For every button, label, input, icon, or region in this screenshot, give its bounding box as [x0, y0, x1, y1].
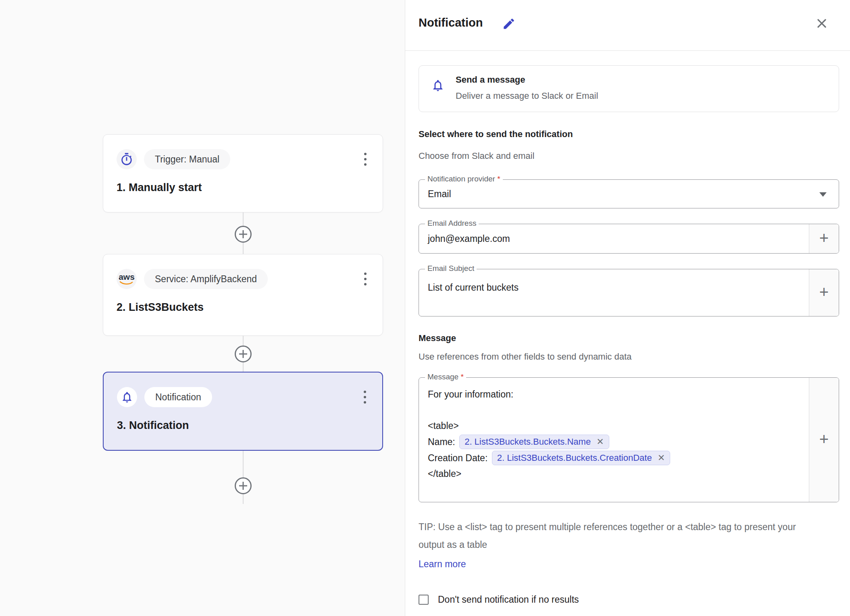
node-menu-button[interactable]: [360, 269, 371, 289]
action-title: Send a message: [456, 75, 525, 85]
connector-line: [243, 362, 244, 372]
workflow-node-notification[interactable]: Notification 3. Notification: [103, 372, 383, 451]
email-subject-value: List of current buckets: [428, 282, 519, 293]
checkbox-label: Don't send notification if no results: [438, 594, 579, 605]
message-line: Creation Date: 2. ListS3Buckets.Buckets.…: [428, 450, 802, 466]
edit-title-button[interactable]: [502, 17, 517, 31]
panel-header: Notification: [405, 0, 850, 51]
workflow-canvas: Trigger: Manual 1. Manually start aws Se…: [0, 0, 405, 616]
tip-text: TIP: Use a <list> tag to present multipl…: [419, 518, 818, 554]
node-type-badge: Trigger: Manual: [144, 149, 230, 169]
message-content: For your information:<table>Name: 2. Lis…: [428, 387, 802, 482]
node-badge-row: aws Service: AmplifyBackend: [117, 269, 372, 289]
reference-chip-label: 2. ListS3Buckets.Buckets.Name: [465, 437, 591, 447]
chevron-down-icon: [819, 192, 827, 197]
add-reference-button[interactable]: +: [809, 378, 839, 502]
reference-chip-label: 2. ListS3Buckets.Buckets.CreationDate: [497, 453, 652, 463]
notification-provider-select[interactable]: Notification provider * Email: [419, 179, 839, 208]
message-text: <table>: [428, 420, 459, 431]
node-type-badge: Notification: [144, 387, 212, 407]
message-subheading: Use references from other fields to send…: [419, 352, 631, 362]
close-panel-icon[interactable]: [815, 16, 829, 31]
email-address-value: john@example.com: [428, 233, 510, 244]
message-text: </table>: [428, 468, 461, 479]
node-title: 2. ListS3Buckets: [117, 301, 204, 314]
notification-provider-label: Notification provider *: [425, 175, 503, 183]
add-reference-button[interactable]: +: [809, 269, 839, 316]
message-text: Name:: [428, 437, 458, 447]
stopwatch-icon: [117, 149, 137, 169]
reference-chip[interactable]: 2. ListS3Buckets.Buckets.CreationDate✕: [492, 451, 670, 465]
add-reference-button[interactable]: +: [809, 224, 839, 253]
bell-icon: [117, 387, 137, 407]
email-address-label: Email Address: [425, 219, 479, 228]
node-title: 3. Notification: [117, 419, 189, 432]
email-subject-label: Email Subject: [425, 264, 477, 273]
destination-heading: Select where to send the notification: [419, 129, 573, 139]
action-summary-card: Send a message Deliver a message to Slac…: [419, 65, 839, 112]
node-menu-button[interactable]: [360, 387, 370, 407]
notification-provider-value: Email: [428, 189, 451, 200]
connector-line: [243, 336, 244, 345]
add-step-button[interactable]: [235, 345, 252, 362]
node-badge-row: Notification: [117, 387, 372, 407]
no-results-checkbox-row[interactable]: Don't send notification if no results: [419, 594, 579, 605]
node-badge-row: Trigger: Manual: [117, 149, 372, 169]
message-line: </table>: [428, 466, 802, 482]
add-step-button[interactable]: [235, 226, 252, 243]
reference-chip[interactable]: 2. ListS3Buckets.Buckets.Name✕: [459, 435, 609, 449]
email-address-field[interactable]: Email Address john@example.com +: [419, 224, 839, 254]
connector-line: [243, 243, 244, 254]
remove-reference-icon[interactable]: ✕: [596, 437, 604, 447]
remove-reference-icon[interactable]: ✕: [658, 453, 665, 463]
message-label: Message *: [425, 373, 466, 381]
message-text: For your information:: [428, 389, 513, 400]
workflow-node-lists3buckets[interactable]: aws Service: AmplifyBackend 2. ListS3Buc…: [103, 254, 383, 336]
connector-line: [243, 451, 244, 477]
bell-icon: [431, 79, 445, 94]
action-subtitle: Deliver a message to Slack or Email: [456, 91, 598, 101]
panel-title: Notification: [419, 16, 483, 29]
connector-line: [243, 212, 244, 226]
message-editor[interactable]: Message * For your information:<table>Na…: [419, 377, 839, 502]
message-line: <table>: [428, 418, 802, 434]
node-type-badge: Service: AmplifyBackend: [144, 269, 268, 289]
node-title: 1. Manually start: [117, 181, 202, 194]
message-line: [428, 402, 802, 418]
message-heading: Message: [419, 333, 456, 343]
learn-more-link[interactable]: Learn more: [419, 559, 466, 570]
message-line: For your information:: [428, 387, 802, 402]
connector-line: [243, 494, 244, 504]
checkbox[interactable]: [419, 595, 429, 605]
email-subject-field[interactable]: Email Subject List of current buckets +: [419, 269, 839, 316]
workflow-node-manually-start[interactable]: Trigger: Manual 1. Manually start: [103, 134, 383, 212]
aws-icon: aws: [117, 269, 137, 289]
node-menu-button[interactable]: [360, 150, 371, 169]
destination-subheading: Choose from Slack and email: [419, 151, 534, 161]
add-step-button[interactable]: [235, 477, 252, 494]
message-text: Creation Date:: [428, 453, 490, 464]
message-line: Name: 2. ListS3Buckets.Buckets.Name✕: [428, 434, 802, 450]
notification-config-panel: Notification Send a message Deliver a me…: [405, 0, 850, 616]
